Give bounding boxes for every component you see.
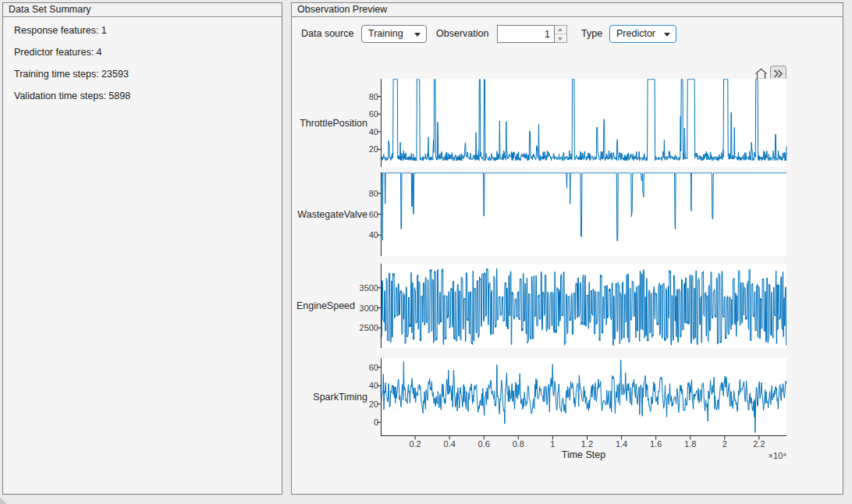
x-tick-label: 2	[722, 439, 727, 449]
data-set-summary-panel: Data Set Summary Response features: 1 Pr…	[2, 2, 282, 495]
x-tick-label: 1.4	[616, 439, 627, 449]
chevron-down-icon	[414, 33, 421, 37]
y-tick-label: 60	[369, 210, 378, 219]
stepper-down-button[interactable]	[555, 34, 566, 43]
validation-time-steps-line: Validation time steps: 5898	[14, 91, 271, 101]
type-label: Type	[581, 28, 602, 39]
observation-label: Observation	[436, 28, 488, 39]
data-source-label: Data source	[301, 28, 353, 39]
x-tick-label: 0.6	[478, 439, 490, 449]
observation-input[interactable]	[497, 25, 555, 43]
plot-area-throttleposition[interactable]	[381, 79, 786, 167]
y-tick-label: 2500	[360, 323, 378, 332]
x-tick-label: 2.2	[753, 439, 765, 449]
y-tick-label: 80	[369, 189, 378, 198]
chart-row-enginespeed: EngineSpeed 250030003500	[292, 264, 786, 348]
data-set-summary-body: Response features: 1 Predictor features:…	[3, 17, 282, 120]
observation-stepper	[555, 25, 567, 43]
x-tick-label: 0.4	[444, 439, 456, 449]
x-tick-label: 1.6	[650, 439, 662, 449]
y-tick-label: 60	[369, 109, 378, 119]
x-tick-label: 1.2	[581, 439, 593, 449]
x-axis-tick-labels: 0.20.40.60.811.21.41.61.822.2	[381, 439, 786, 449]
down-arrow-icon	[558, 37, 563, 41]
plot-area-enginespeed[interactable]	[381, 264, 786, 348]
chart-row-sparktiming: SparkTiming 0204060	[292, 358, 786, 436]
data-source-select[interactable]: Training	[361, 25, 427, 43]
observation-preview-panel: Observation Preview Data source Training…	[291, 2, 843, 495]
x-tick-label: 0.2	[409, 439, 421, 449]
y-tick-label: 40	[369, 381, 378, 390]
up-arrow-icon	[558, 28, 563, 31]
window-resize-grip[interactable]	[0, 497, 7, 504]
y-axis-ticks: 250030003500	[339, 264, 378, 348]
y-tick-label: 3000	[360, 303, 378, 313]
y-axis-ticks: 406080	[339, 172, 378, 256]
chart-row-throttleposition: ThrottlePosition 20406080	[292, 79, 786, 167]
preview-controls: Data source Training Observation Type Pr…	[292, 25, 843, 44]
data-source-selected-value: Training	[368, 28, 403, 39]
x-tick-label: 1.8	[684, 439, 696, 449]
y-tick-label: 20	[369, 399, 378, 409]
y-tick-label: 3500	[360, 283, 378, 293]
data-set-summary-title: Data Set Summary	[3, 3, 282, 17]
chart-row-wastegatevalve: WastegateValve 406080	[292, 172, 786, 256]
y-tick-label: 40	[369, 127, 378, 137]
x-tick-label: 1	[550, 439, 555, 449]
y-tick-label: 40	[369, 230, 378, 240]
y-tick-label: 60	[369, 363, 378, 372]
predictor-features-line: Predictor features: 4	[14, 47, 271, 58]
stepper-up-button[interactable]	[555, 26, 566, 34]
response-features-line: Response features: 1	[14, 25, 271, 36]
chevron-down-icon	[664, 33, 670, 37]
plot-area-wastegatevalve[interactable]	[381, 172, 786, 256]
type-selected-value: Predictor	[616, 28, 655, 39]
y-tick-label: 20	[369, 144, 378, 154]
plot-area-sparktiming[interactable]	[381, 358, 786, 436]
x-axis-exponent-label: ×10⁴	[381, 451, 786, 460]
training-time-steps-line: Training time steps: 23593	[14, 69, 271, 80]
type-select[interactable]: Predictor	[609, 25, 676, 43]
x-tick-label: 0.8	[513, 439, 524, 449]
observation-preview-title: Observation Preview	[292, 3, 843, 17]
y-axis-ticks: 20406080	[339, 79, 378, 167]
y-tick-label: 80	[369, 92, 378, 101]
y-axis-ticks: 0204060	[339, 358, 378, 436]
